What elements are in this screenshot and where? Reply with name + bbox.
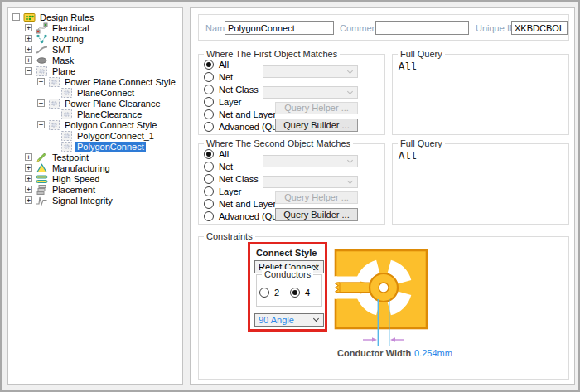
match-combo-2 [263, 86, 358, 99]
rule-icon [60, 109, 73, 120]
tree-item-mask[interactable]: +Mask [8, 55, 182, 65]
radio-label: 2 [274, 288, 279, 298]
expand-icon[interactable]: + [25, 24, 32, 31]
rules-tree-panel: −Design Rules+Electrical+Routing+SMT+Mas… [7, 7, 183, 385]
tree-item-label: Signal Integrity [51, 196, 114, 206]
radio-icon [290, 288, 300, 298]
collapse-icon[interactable]: − [37, 121, 45, 128]
tree-item-signal-integrity[interactable]: +Signal Integrity [8, 195, 182, 206]
name-input[interactable] [225, 21, 334, 35]
mask-icon [36, 55, 48, 66]
tree-item-power-plane-clearance[interactable]: −Power Plane Clearance [8, 98, 182, 109]
rule-type-icon [48, 98, 60, 109]
collapse-icon[interactable]: − [37, 99, 45, 107]
angle-select[interactable]: 90 Angle [254, 313, 324, 327]
unique-id-input[interactable] [511, 21, 568, 35]
match-group-box: Where The First Object Matches AllNetNet… [198, 54, 385, 135]
tree-item-label: PolygonConnect [75, 142, 146, 152]
tree-item-planeconnect[interactable]: PlaneConnect [8, 87, 182, 98]
radio-option-net[interactable]: Net [204, 71, 233, 82]
tree-item-smt[interactable]: +SMT [8, 44, 182, 55]
radio-option-layer[interactable]: Layer [204, 96, 242, 107]
tree-item-label: Design Rules [38, 12, 95, 22]
full-query-value: All [399, 151, 417, 162]
tree-spacer [50, 143, 57, 150]
conductor-option-4[interactable]: 4 [290, 287, 310, 298]
match-row: Where The First Object Matches AllNetNet… [191, 54, 574, 135]
tree-item-placement[interactable]: +Placement [8, 184, 182, 195]
radio-icon [204, 97, 214, 107]
manufacturing-icon [36, 162, 48, 174]
tree-item-label: SMT [51, 45, 73, 55]
tree-item-power-plane-connect-style[interactable]: −Power Plane Connect Style [8, 76, 182, 87]
radio-option-net-class[interactable]: Net Class [204, 84, 259, 94]
expand-icon[interactable]: + [25, 35, 32, 42]
collapse-icon[interactable]: − [25, 67, 32, 75]
design-rules-icon [23, 12, 36, 23]
tree-item-label: High Speed [51, 174, 102, 184]
expand-icon[interactable]: + [25, 46, 32, 53]
tree-item-plane[interactable]: −Plane [8, 65, 182, 76]
tree-item-label: Plane [51, 66, 77, 76]
match-combo-1 [263, 65, 358, 78]
expand-icon[interactable]: + [25, 164, 32, 172]
collapse-icon[interactable]: − [12, 13, 20, 21]
collapse-icon[interactable]: − [37, 78, 45, 85]
high-speed-icon [36, 173, 48, 185]
tree-item-label: Placement [51, 185, 97, 195]
tree-item-polygon-connect-style[interactable]: −Polygon Connect Style [8, 119, 182, 130]
testpoint-icon [36, 152, 48, 163]
radio-icon [204, 174, 214, 184]
radio-option-net-and-layer[interactable]: Net and Layer [204, 109, 276, 119]
tree-item-label: PolygonConnect_1 [75, 131, 156, 141]
rule-type-icon [48, 76, 60, 88]
radio-icon [204, 109, 214, 119]
relief-connect-graphic [332, 247, 442, 346]
tree-item-planeclearance[interactable]: PlaneClearance [8, 109, 182, 119]
constraints-title: Constraints [204, 231, 255, 242]
chevron-down-icon [347, 157, 353, 163]
electrical-icon [36, 22, 48, 34]
radio-option-net-and-layer[interactable]: Net and Layer [204, 198, 276, 209]
chevron-down-icon [347, 178, 353, 184]
tree-item-manufacturing[interactable]: +Manufacturing [8, 162, 182, 173]
radio-option-net-class[interactable]: Net Class [204, 173, 259, 184]
tree-spacer [50, 132, 57, 139]
tree-item-label: Power Plane Connect Style [63, 77, 177, 87]
expand-icon[interactable]: + [25, 56, 32, 64]
radio-label: Net [219, 72, 233, 82]
radio-option-net[interactable]: Net [204, 161, 233, 172]
tree-item-polygonconnect[interactable]: PolygonConnect [8, 141, 182, 152]
expand-icon[interactable]: + [25, 196, 32, 204]
radio-option-all[interactable]: All [204, 59, 229, 70]
expand-icon[interactable]: + [25, 175, 32, 182]
tree-item-high-speed[interactable]: +High Speed [8, 173, 182, 184]
radio-icon [204, 122, 214, 132]
conductor-option-2[interactable]: 2 [259, 287, 279, 298]
angle-value: 90 Angle [259, 315, 294, 325]
tree-item-testpoint[interactable]: +Testpoint [8, 152, 182, 162]
routing-icon [36, 33, 48, 45]
radio-option-all[interactable]: All [204, 148, 229, 159]
radio-icon [204, 162, 214, 172]
tree-item-polygonconnect-1[interactable]: PolygonConnect_1 [8, 130, 182, 141]
tree-item-routing[interactable]: +Routing [8, 33, 182, 44]
tree-item-label: Routing [51, 34, 85, 44]
tree-item-design-rules[interactable]: −Design Rules [8, 12, 182, 22]
comment-input[interactable] [375, 21, 469, 35]
radio-option-layer[interactable]: Layer [204, 186, 242, 196]
expand-icon[interactable]: + [25, 153, 32, 161]
tree-item-label: Testpoint [51, 152, 90, 162]
query-builder-button[interactable]: Query Builder ... [275, 208, 358, 221]
tree-item-electrical[interactable]: +Electrical [8, 22, 182, 33]
match-row: Where The Second Object Matches AllNetNe… [191, 143, 574, 225]
radio-label: Layer [219, 186, 242, 196]
radio-icon [259, 288, 269, 298]
tree-item-label: PlaneClearance [75, 109, 143, 119]
query-builder-button[interactable]: Query Builder ... [275, 119, 358, 132]
comment-label: Comment [340, 23, 379, 33]
chevron-down-icon [313, 316, 319, 322]
expand-icon[interactable]: + [25, 186, 32, 193]
radio-icon [204, 149, 214, 159]
conductors-title: Conductors [262, 269, 313, 280]
